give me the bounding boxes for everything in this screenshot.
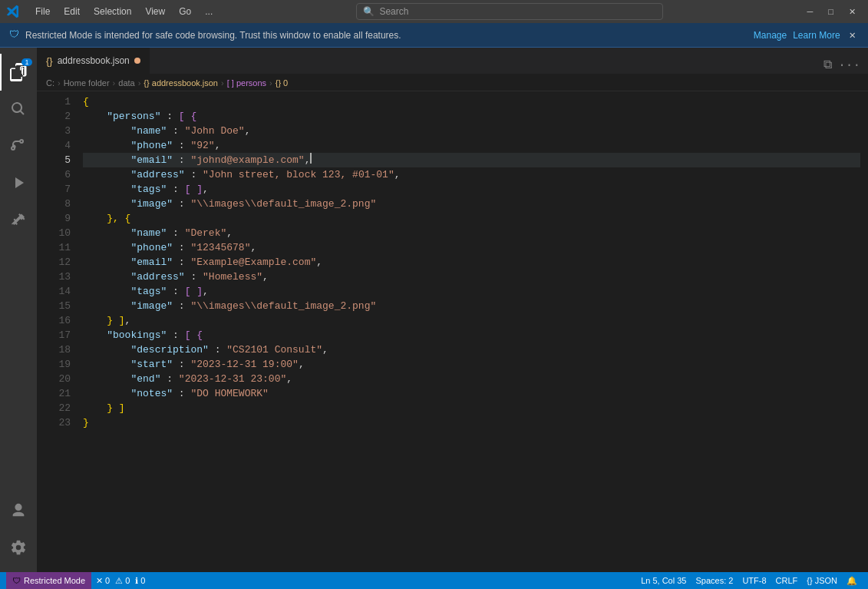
code-line-10: "name" : "Derek",: [83, 226, 860, 240]
tab-filename: addressbook.json: [58, 55, 130, 66]
warning-icon: ⚠: [115, 576, 123, 586]
status-bar: 🛡 Restricted Mode ✕ 0 ⚠ 0 ℹ 0 Ln 5, Col …: [0, 572, 868, 589]
minimize-button[interactable]: ─: [801, 5, 820, 18]
shield-status-icon: 🛡: [12, 576, 21, 586]
code-line-20: "end" : "2023-12-31 23:00",: [83, 372, 860, 386]
breadcrumb-sep-3: ›: [138, 78, 141, 88]
status-bell[interactable]: 🔔: [842, 572, 862, 589]
run-debug-icon: [9, 174, 28, 192]
code-line-3: "name" : "John Doe",: [83, 124, 860, 138]
menu-selection[interactable]: Selection: [87, 5, 137, 18]
main-layout: 1: [0, 48, 868, 572]
activity-extensions[interactable]: [0, 201, 37, 238]
status-spaces[interactable]: Spaces: 2: [691, 572, 738, 589]
breadcrumb-sep-4: ›: [221, 78, 224, 88]
search-activity-icon: [9, 100, 28, 118]
breadcrumb-sep-1: ›: [58, 78, 61, 88]
activity-settings[interactable]: [0, 529, 37, 566]
title-bar-center: 🔍 Search: [219, 3, 800, 20]
tab-dirty-indicator: [134, 58, 140, 64]
status-eol[interactable]: CRLF: [771, 572, 803, 589]
status-ln-col[interactable]: Ln 5, Col 35: [636, 572, 691, 589]
code-line-11: "phone" : "12345678",: [83, 240, 860, 255]
code-line-19: "start" : "2023-12-31 19:00",: [83, 357, 860, 372]
code-line-21: "notes" : "DO HOMEWORK": [83, 386, 860, 401]
code-line-9: }, {: [83, 211, 860, 226]
language-text: JSON: [815, 576, 837, 585]
code-line-14: "tags" : [ ],: [83, 284, 860, 299]
learn-more-link[interactable]: Learn More: [793, 30, 840, 41]
code-line-12: "email" : "Example@Example.com",: [83, 255, 860, 270]
breadcrumb-c[interactable]: C:: [46, 78, 54, 88]
search-placeholder: Search: [379, 6, 408, 17]
code-line-8: "image" : "\\images\\default_image_2.png…: [83, 197, 860, 211]
title-bar-left: File Edit Selection View Go ...: [6, 5, 219, 18]
tab-bar: {} addressbook.json ⧉ ···: [37, 48, 868, 74]
info-icon: ℹ: [135, 576, 138, 586]
editor-area: {} addressbook.json ⧉ ··· C: › Home fold…: [37, 48, 868, 572]
breadcrumb-index[interactable]: {} 0: [276, 78, 289, 88]
code-line-6: "address" : "John street, block 123, #01…: [83, 167, 860, 182]
explorer-badge: 1: [21, 58, 32, 66]
breadcrumb-home[interactable]: Home folder: [64, 78, 110, 88]
menu-view[interactable]: View: [139, 5, 171, 18]
code-editor[interactable]: 1234 5 678910 1112131415 1617181920 2122…: [37, 91, 868, 572]
warning-count: 0: [125, 576, 130, 585]
language-icon: {}: [807, 576, 812, 585]
status-encoding[interactable]: UTF-8: [738, 572, 771, 589]
editor-tab[interactable]: {} addressbook.json: [37, 48, 150, 74]
eol-text: CRLF: [776, 576, 798, 585]
activity-bar-bottom: [0, 492, 37, 572]
breadcrumb-sep-5: ›: [269, 78, 272, 88]
code-content[interactable]: { "persons" : [ { "name" : "John Doe", "…: [77, 91, 860, 572]
tab-actions: ⧉ ···: [816, 56, 868, 74]
vscode-logo-icon: [6, 5, 20, 18]
restricted-mode-banner: 🛡 Restricted Mode is intended for safe c…: [0, 23, 868, 48]
menu-file[interactable]: File: [29, 5, 56, 18]
maximize-button[interactable]: □: [822, 5, 840, 18]
activity-account[interactable]: [0, 492, 37, 529]
banner-message: Restricted Mode is intended for safe cod…: [25, 30, 748, 41]
code-line-17: "bookings" : [ {: [83, 328, 860, 342]
activity-explorer[interactable]: 1: [0, 54, 37, 91]
extensions-icon: [9, 210, 28, 229]
breadcrumb-data[interactable]: data: [118, 78, 134, 88]
error-icon: ✕: [96, 576, 103, 586]
code-line-23: }: [83, 415, 860, 430]
restricted-mode-status[interactable]: 🛡 Restricted Mode: [6, 572, 91, 589]
breadcrumb-persons[interactable]: [ ] persons: [227, 78, 266, 88]
settings-icon: [10, 539, 27, 556]
status-errors[interactable]: ✕ 0 ⚠ 0 ℹ 0: [91, 572, 150, 589]
activity-source-control[interactable]: [0, 127, 37, 164]
activity-search[interactable]: [0, 91, 37, 127]
menu-go[interactable]: Go: [173, 5, 197, 18]
menu-more[interactable]: ...: [199, 5, 219, 18]
title-bar: File Edit Selection View Go ... 🔍 Search…: [0, 0, 868, 23]
restricted-mode-label: Restricted Mode: [24, 576, 85, 585]
status-language[interactable]: {} JSON: [802, 572, 842, 589]
title-bar-right: ─ □ ✕: [801, 5, 862, 18]
activity-run-debug[interactable]: [0, 164, 37, 201]
breadcrumb-sep-2: ›: [113, 78, 116, 88]
code-line-15: "image" : "\\images\\default_image_2.png…: [83, 299, 860, 313]
more-actions-button[interactable]: ···: [837, 57, 862, 74]
code-line-1: {: [83, 94, 860, 109]
minimap: [860, 91, 868, 572]
banner-close-button[interactable]: ✕: [847, 28, 859, 41]
ln-col-text: Ln 5, Col 35: [641, 576, 686, 585]
breadcrumb: C: › Home folder › data › {} addressbook…: [37, 74, 868, 91]
shield-icon: 🛡: [9, 29, 19, 41]
activity-bar: 1: [0, 48, 37, 572]
code-line-4: "phone" : "92",: [83, 138, 860, 153]
account-icon: [10, 502, 27, 519]
manage-link[interactable]: Manage: [754, 30, 787, 41]
close-button[interactable]: ✕: [843, 5, 862, 18]
encoding-text: UTF-8: [742, 576, 766, 585]
split-editor-button[interactable]: ⧉: [822, 56, 833, 74]
breadcrumb-file[interactable]: {} addressbook.json: [144, 78, 218, 88]
info-count: 0: [140, 576, 145, 585]
search-bar[interactable]: 🔍 Search: [356, 3, 663, 20]
code-line-5: "email" : "johnd@example.com",: [83, 153, 860, 167]
line-numbers: 1234 5 678910 1112131415 1617181920 2122…: [37, 91, 77, 572]
menu-edit[interactable]: Edit: [58, 5, 86, 18]
